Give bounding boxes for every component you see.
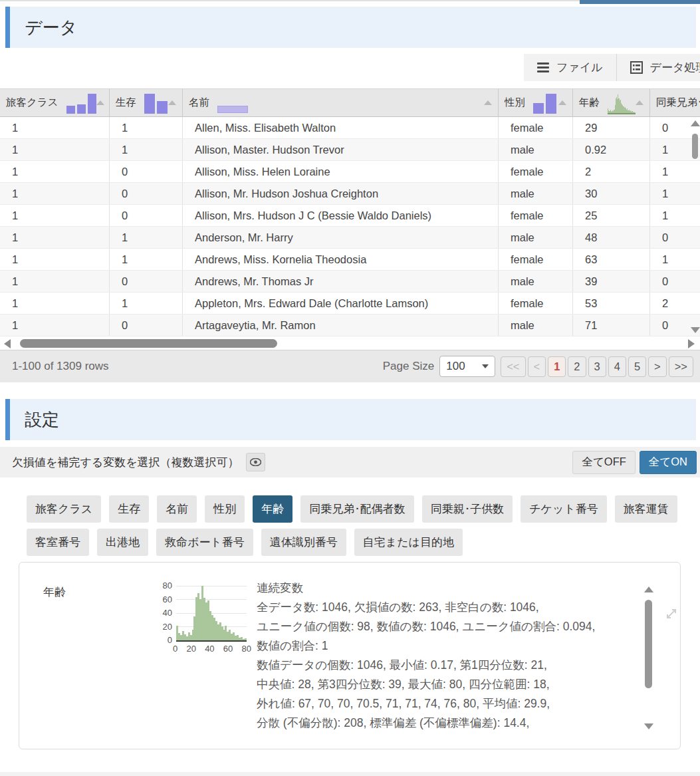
table-row[interactable]: 1 0 Andrews, Mr. Thomas Jr male 39 0 (0, 271, 700, 293)
scroll-left-icon[interactable] (4, 339, 11, 348)
column-header-sibsp[interactable]: 同乗兄弟･配偶者数 (650, 89, 700, 116)
cell-survived: 1 (110, 249, 183, 270)
sort-triangle-icon[interactable] (636, 100, 643, 105)
stats-line: 外れ値: 67, 70, 70, 70.5, 71, 71, 74, 76, 8… (257, 694, 645, 713)
horizontal-scroll-thumb[interactable] (20, 339, 277, 348)
table-row[interactable]: 1 1 Anderson, Mr. Harry male 48 0 (0, 227, 700, 249)
cell-sex: female (499, 205, 573, 226)
table-row[interactable]: 1 1 Allison, Master. Hudson Trevor male … (0, 139, 700, 161)
file-menu-button[interactable]: ファイル (524, 54, 616, 81)
cell-survived: 1 (110, 227, 183, 248)
panel-scroll-thumb[interactable] (645, 600, 652, 688)
table-row[interactable]: 1 0 Artagaveytia, Mr. Ramon male 71 0 (0, 315, 700, 336)
variable-chip-homedest[interactable]: 自宅または目的地 (354, 529, 463, 556)
variable-chip-fare[interactable]: 旅客運賃 (615, 495, 677, 523)
cell-sex: male (499, 227, 573, 248)
file-menu-label: ファイル (556, 60, 603, 75)
column-header-pclass[interactable]: 旅客クラス (0, 89, 110, 116)
cell-pclass: 1 (0, 205, 110, 226)
cell-pclass: 1 (0, 249, 110, 270)
vertical-scroll-thumb[interactable] (692, 134, 698, 159)
column-header-name[interactable]: 名前 (183, 89, 499, 116)
table-row[interactable]: 1 1 Allen, Miss. Elisabeth Walton female… (0, 117, 700, 139)
sort-triangle-icon[interactable] (558, 100, 566, 105)
cell-sex: female (499, 117, 573, 138)
table-footer: 1-100 of 1309 rows Page Size 100 << < 1 … (0, 350, 700, 382)
page-button-1[interactable]: 1 (548, 356, 566, 377)
cell-age: 29 (573, 117, 650, 138)
all-on-button[interactable]: 全てON (640, 451, 697, 474)
table-row[interactable]: 1 1 Appleton, Mrs. Edward Dale (Charlott… (0, 293, 700, 315)
table-row[interactable]: 1 0 Allison, Miss. Helen Loraine female … (0, 161, 700, 183)
column-header-age[interactable]: 年齢 (573, 89, 650, 116)
cell-pclass: 1 (0, 271, 110, 292)
age-histogram-chart: 80 60 40 20 0 0 20 40 60 80 (152, 582, 259, 659)
age-mini-histogram (608, 94, 636, 114)
name-mini-barchart (217, 106, 248, 113)
survived-mini-barchart (144, 94, 168, 114)
table-row[interactable]: 1 0 Allison, Mrs. Hudson J C (Bessie Wal… (0, 205, 700, 227)
page-prev-button[interactable]: < (528, 356, 546, 377)
variable-chip-age[interactable]: 年齢 (253, 495, 292, 523)
variable-chip-ticket[interactable]: チケット番号 (521, 495, 607, 523)
scroll-up-icon[interactable] (644, 586, 653, 592)
scroll-down-icon[interactable] (644, 723, 653, 729)
all-off-button[interactable]: 全てOFF (572, 451, 635, 474)
variable-chip-parch[interactable]: 同乗親･子供数 (422, 495, 513, 523)
y-tick-label: 20 (152, 622, 172, 632)
variable-chip-body[interactable]: 遺体識別番号 (261, 529, 346, 556)
variable-chip-cabin[interactable]: 客室番号 (27, 529, 89, 556)
stats-line: ユニーク値の個数: 98, 数値の数: 1046, ユニーク値の割合: 0.09… (257, 617, 645, 636)
cell-sex: male (499, 315, 573, 336)
page-button-4[interactable]: 4 (608, 356, 626, 377)
variable-chip-survived[interactable]: 生存 (109, 495, 149, 523)
variable-chip-name[interactable]: 名前 (157, 495, 197, 523)
variable-chip-boat[interactable]: 救命ボート番号 (156, 529, 253, 556)
x-tick-label: 80 (242, 644, 251, 654)
cell-sex: female (499, 249, 573, 270)
sort-triangle-icon[interactable] (96, 100, 104, 105)
page-button-3[interactable]: 3 (588, 356, 606, 377)
sort-triangle-icon[interactable] (484, 100, 492, 105)
cell-age: 2 (573, 161, 650, 182)
page-next-button[interactable]: > (648, 356, 667, 377)
table-header-row: 旅客クラス 生存 名前 性別 年齢 同乗兄弟･配偶者数 (0, 88, 700, 117)
detail-panel-scrollbar[interactable] (643, 586, 655, 729)
bottom-divider (0, 772, 700, 776)
y-tick-label: 60 (152, 594, 172, 604)
variable-chip-sex[interactable]: 性別 (205, 495, 245, 523)
column-label: 生存 (116, 96, 136, 110)
page-size-select[interactable]: 100 (439, 356, 495, 377)
sort-triangle-icon[interactable] (168, 100, 176, 105)
cell-pclass: 1 (0, 183, 110, 204)
table-horizontal-scrollbar[interactable] (0, 338, 700, 350)
cell-age: 0.92 (573, 139, 650, 160)
preview-eye-button[interactable] (246, 453, 265, 471)
cell-sex: female (499, 293, 573, 314)
x-tick-label: 20 (186, 644, 195, 654)
variable-chip-pclass[interactable]: 旅客クラス (27, 495, 101, 523)
page-first-button[interactable]: << (501, 356, 525, 377)
data-process-button[interactable]: データ処理 (616, 54, 700, 81)
variable-chip-row-2: 客室番号 出港地 救命ボート番号 遺体識別番号 自宅または目的地 (27, 529, 463, 556)
scroll-down-icon[interactable] (691, 327, 700, 333)
scroll-up-icon[interactable] (691, 120, 700, 126)
expand-panel-icon[interactable] (665, 608, 677, 622)
table-vertical-scrollbar[interactable] (691, 118, 700, 337)
table-row[interactable]: 1 0 Allison, Mr. Hudson Joshua Creighton… (0, 183, 700, 205)
scroll-right-icon[interactable] (688, 339, 695, 348)
cell-survived: 1 (110, 139, 183, 160)
page-size-label: Page Size (383, 360, 435, 373)
page-last-button[interactable]: >> (669, 356, 693, 377)
data-toolbar: ファイル データ処理 (524, 54, 700, 81)
cell-name: Allison, Master. Hudson Trevor (183, 139, 499, 160)
cell-name: Allen, Miss. Elisabeth Walton (183, 117, 499, 138)
variable-chip-sibsp[interactable]: 同乗兄弟･配偶者数 (300, 495, 414, 523)
column-header-sex[interactable]: 性別 (499, 89, 573, 116)
table-row[interactable]: 1 1 Andrews, Miss. Kornelia Theodosia fe… (0, 249, 700, 271)
cell-age: 53 (573, 293, 650, 314)
page-button-2[interactable]: 2 (568, 356, 586, 377)
page-button-5[interactable]: 5 (628, 356, 646, 377)
column-header-survived[interactable]: 生存 (110, 89, 183, 116)
variable-chip-embarked[interactable]: 出港地 (97, 529, 148, 556)
